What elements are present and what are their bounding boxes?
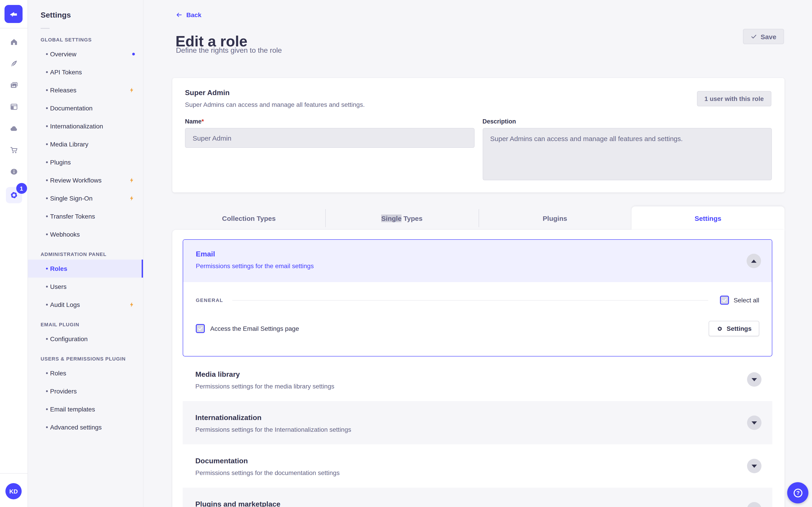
sidebar-item-overview[interactable]: Overview <box>28 45 143 63</box>
email-accordion-body: GENERAL Select all <box>183 282 772 336</box>
accordion-row-description: Permissions settings for the documentati… <box>195 469 772 476</box>
sidebar-item-transfer-tokens[interactable]: Transfer Tokens <box>28 207 143 225</box>
main-content: Back Edit a role Define the rights given… <box>144 0 812 507</box>
question-mark-icon: ? <box>792 487 804 499</box>
expand-chevron-down-button[interactable] <box>747 372 761 387</box>
tab-plugins[interactable]: Plugins <box>478 207 631 230</box>
select-all-checkbox[interactable] <box>720 296 729 305</box>
strapi-logo[interactable] <box>4 5 22 23</box>
strapi-logo-icon <box>8 8 19 20</box>
sidebar-item-label: Overview <box>50 51 77 58</box>
sidebar-item-documentation[interactable]: Documentation <box>28 99 143 117</box>
sidebar-item-roles[interactable]: Roles <box>28 364 143 382</box>
users-with-role-button[interactable]: 1 user with this role <box>697 91 771 106</box>
sidebar-item-single-sign-on[interactable]: Single Sign-On <box>28 189 143 207</box>
expand-chevron-down-button[interactable] <box>747 459 761 473</box>
select-all-label: Select all <box>733 296 759 304</box>
tab-settings[interactable]: Settings <box>631 207 785 230</box>
sidebar-title: Settings <box>41 11 143 20</box>
svg-text:?: ? <box>796 490 800 496</box>
chevron-down-icon <box>752 378 757 381</box>
settings-gear-icon[interactable]: 1 <box>6 187 22 203</box>
home-icon[interactable] <box>6 34 22 50</box>
accordion-row-title: Internationalization <box>195 414 772 422</box>
role-details-card: Super Admin Super Admins can access and … <box>172 78 784 192</box>
accordion-row-documentation[interactable]: DocumentationPermissions settings for th… <box>183 444 772 488</box>
bullet-icon <box>46 161 48 163</box>
permissions-tabs: Collection Types Single Types Plugins Se… <box>172 207 784 230</box>
sidebar-item-providers[interactable]: Providers <box>28 382 143 400</box>
sidebar-item-plugins[interactable]: Plugins <box>28 153 143 171</box>
email-accordion-description: Permissions settings for the email setti… <box>196 262 772 270</box>
sidebar-item-label: Releases <box>50 87 77 94</box>
role-description-text: Super Admins can access and manage all f… <box>185 101 772 108</box>
accordion-row-description: Permissions settings for the media libra… <box>195 383 772 390</box>
save-button[interactable]: Save <box>743 29 784 44</box>
accordion-row-media-library[interactable]: Media libraryPermissions settings for th… <box>183 358 772 401</box>
sidebar-sections: GLOBAL SETTINGSOverviewAPI TokensRelease… <box>28 37 143 436</box>
expand-chevron-down-button[interactable] <box>747 415 761 430</box>
sidebar-item-label: Email templates <box>50 406 95 413</box>
permission-label: Access the Email Settings page <box>210 325 299 332</box>
general-section-label: GENERAL <box>196 297 223 303</box>
settings-notification-badge: 1 <box>16 183 27 194</box>
info-icon[interactable] <box>6 164 22 180</box>
bullet-icon <box>46 107 48 109</box>
bullet-icon <box>46 390 48 392</box>
help-button[interactable]: ? <box>787 482 808 503</box>
bullet-icon <box>46 53 48 55</box>
rail-divider-bottom <box>0 473 28 474</box>
description-textarea[interactable]: Super Admins can access and manage all f… <box>483 128 772 180</box>
email-accordion-header[interactable]: Email Permissions settings for the email… <box>183 240 772 282</box>
sidebar-item-api-tokens[interactable]: API Tokens <box>28 63 143 81</box>
back-arrow-icon <box>175 11 183 18</box>
sidebar-item-label: Review Workflows <box>50 177 101 184</box>
sidebar-item-label: Roles <box>50 370 66 377</box>
name-input[interactable]: Super Admin <box>185 128 474 148</box>
section-divider-line <box>232 300 708 300</box>
content-manager-feather-icon[interactable] <box>6 55 22 72</box>
sidebar-item-audit-logs[interactable]: Audit Logs <box>28 296 143 314</box>
sidebar-item-users[interactable]: Users <box>28 278 143 296</box>
bullet-icon <box>46 286 48 287</box>
sidebar-item-advanced-settings[interactable]: Advanced settings <box>28 418 143 436</box>
content-type-builder-icon[interactable] <box>6 99 22 115</box>
sidebar-item-releases[interactable]: Releases <box>28 81 143 99</box>
accordion-row-internationalization[interactable]: InternationalizationPermissions settings… <box>183 401 772 444</box>
checkbox-check-icon <box>198 326 203 331</box>
lightning-icon <box>129 301 135 308</box>
lightning-icon <box>129 195 135 202</box>
media-library-icon[interactable] <box>6 77 22 93</box>
sidebar-item-label: Advanced settings <box>50 424 102 431</box>
sidebar-item-configuration[interactable]: Configuration <box>28 330 143 348</box>
sidebar-item-internationalization[interactable]: Internationalization <box>28 117 143 135</box>
sidebar-title-divider <box>41 28 50 29</box>
sidebar-item-media-library[interactable]: Media Library <box>28 135 143 153</box>
chevron-up-icon <box>751 259 757 263</box>
back-link[interactable]: Back <box>175 11 201 18</box>
name-field-label: Name* <box>185 118 474 125</box>
sidebar-item-label: Webhooks <box>50 231 80 238</box>
sidebar-item-label: Users <box>50 283 66 290</box>
bullet-icon <box>46 304 48 305</box>
email-settings-button[interactable]: Settings <box>709 321 759 336</box>
accordion-row-plugins-and-marketplace[interactable]: Plugins and marketplace <box>183 488 772 507</box>
avatar[interactable]: KD <box>5 483 22 499</box>
accordion-row-title: Plugins and marketplace <box>195 500 772 507</box>
sidebar-item-roles[interactable]: Roles <box>28 260 143 278</box>
permission-checkbox[interactable] <box>196 324 205 333</box>
tab-single-types[interactable]: Single Types <box>325 207 478 230</box>
bullet-icon <box>46 198 48 199</box>
marketplace-cart-icon[interactable] <box>6 142 22 158</box>
bullet-icon <box>46 71 48 73</box>
icon-rail: 1 KD <box>0 0 28 507</box>
description-field-label: Description <box>483 118 772 125</box>
cloud-icon[interactable] <box>6 120 22 136</box>
sidebar-section-label: EMAIL PLUGIN <box>41 322 131 327</box>
sidebar-item-email-templates[interactable]: Email templates <box>28 400 143 418</box>
tab-collection-types[interactable]: Collection Types <box>172 207 325 230</box>
collapse-chevron-up-button[interactable] <box>747 254 761 268</box>
sidebar-item-review-workflows[interactable]: Review Workflows <box>28 171 143 189</box>
sidebar-item-webhooks[interactable]: Webhooks <box>28 225 143 243</box>
accordion-row-description: Permissions settings for the Internation… <box>195 426 772 433</box>
